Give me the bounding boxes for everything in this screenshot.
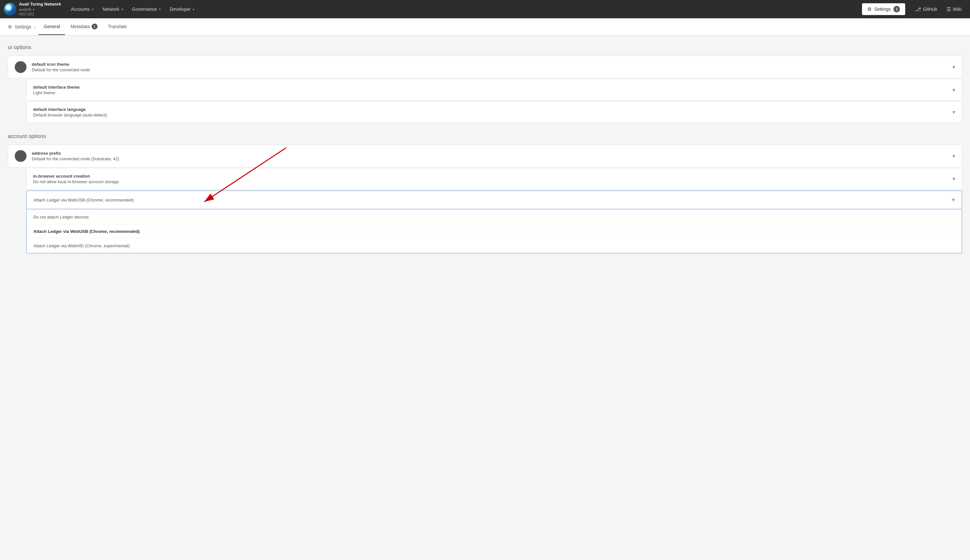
breadcrumb: ⚙ Settings: [8, 24, 32, 30]
ledger-option-none[interactable]: Do not attach Ledger devices: [27, 210, 962, 224]
breadcrumb-chevron-icon: ›: [34, 24, 36, 30]
in-browser-label: in-browser account creation: [33, 174, 952, 178]
brand-logo: [4, 3, 17, 15]
ui-options-title: ui options: [8, 45, 962, 50]
ledger-chevron-icon: ▾: [952, 196, 955, 203]
in-browser-value: Do not allow local in-browser account st…: [33, 179, 952, 184]
brand-text: Avail Turing Network avail/36 ▾ #517,022: [19, 2, 61, 17]
interface-theme-label: default interface theme: [33, 85, 952, 90]
in-browser-text: in-browser account creation Do not allow…: [33, 174, 952, 184]
interface-language-chevron-icon: ▾: [952, 108, 955, 116]
developer-chevron-icon: ▾: [193, 8, 194, 11]
nav-wiki[interactable]: ☰ Wiki: [942, 0, 966, 18]
icon-theme-option[interactable]: default icon theme Default for the conne…: [8, 56, 962, 78]
navbar: Avail Turing Network avail/36 ▾ #517,022…: [0, 0, 970, 18]
ledger-options-list: Do not attach Ledger devices Attach Ledg…: [26, 210, 962, 253]
icon-theme-chevron-icon: ▾: [952, 63, 955, 71]
in-browser-creation-option[interactable]: in-browser account creation Do not allow…: [26, 168, 962, 190]
address-prefix-label: address prefix: [32, 151, 947, 156]
settings-gear-icon: ⚙: [867, 6, 871, 12]
interface-language-label: default interface language: [33, 107, 952, 112]
tab-general[interactable]: General: [38, 18, 65, 35]
brand-name: Avail Turing Network: [19, 2, 61, 7]
accounts-chevron-icon: ▾: [92, 8, 93, 11]
in-browser-chevron-icon: ▾: [952, 175, 955, 183]
brand-block: #517,022: [19, 12, 61, 17]
nav-governance[interactable]: Governance ▾: [128, 0, 165, 18]
icon-theme-text: default icon theme Default for the conne…: [32, 62, 947, 72]
ledger-selected-text: Attach Ledger via WebUSB (Chrome, recomm…: [33, 198, 952, 202]
tab-metadata[interactable]: Metadata 1: [65, 18, 102, 35]
network-chevron-icon: ▾: [122, 8, 123, 11]
ui-options-section: ui options default icon theme Default fo…: [8, 45, 962, 123]
ledger-selected-value: Attach Ledger via WebUSB (Chrome, recomm…: [33, 198, 952, 202]
address-prefix-option[interactable]: address prefix Default for the connected…: [8, 145, 962, 167]
nav-developer[interactable]: Developer ▾: [165, 0, 199, 18]
address-prefix-text: address prefix Default for the connected…: [32, 151, 947, 161]
settings-button[interactable]: ⚙ Settings 1: [862, 3, 905, 15]
account-options-section: account options address prefix Default f…: [8, 133, 962, 253]
main-content: ui options default icon theme Default fo…: [0, 35, 970, 273]
interface-theme-value: Light theme: [33, 90, 952, 95]
metadata-badge: 1: [92, 23, 97, 30]
interface-language-value: Default browser language (auto-detect): [33, 113, 952, 117]
icon-theme-value: Default for the connected node: [32, 67, 947, 72]
interface-theme-text: default interface theme Light theme: [33, 85, 952, 95]
icon-theme-circle: [15, 61, 27, 73]
icon-theme-label: default icon theme: [32, 62, 947, 67]
breadcrumb-settings-icon: ⚙: [8, 24, 12, 30]
address-prefix-circle: [15, 150, 27, 162]
nav-github[interactable]: ⎇ GitHub: [910, 0, 942, 18]
sub-tabs: General Metadata 1 Translate: [38, 18, 132, 35]
brand-sub: avail/36 ▾: [19, 7, 61, 12]
interface-language-option[interactable]: default interface language Default brows…: [26, 102, 962, 123]
ledger-option-webusb[interactable]: Attach Ledger via WebUSB (Chrome, recomm…: [27, 224, 962, 239]
interface-theme-chevron-icon: ▾: [952, 87, 955, 93]
nav-network[interactable]: Network ▾: [98, 0, 127, 18]
sub-header: ⚙ Settings › General Metadata 1 Translat…: [0, 18, 970, 35]
interface-language-text: default interface language Default brows…: [33, 107, 952, 117]
governance-chevron-icon: ▾: [159, 8, 161, 11]
tab-translate[interactable]: Translate: [103, 18, 132, 35]
wiki-icon: ☰: [947, 6, 951, 12]
settings-badge: 1: [893, 6, 900, 12]
ledger-dropdown-container: Attach Ledger via WebUSB (Chrome, recomm…: [8, 190, 962, 253]
interface-theme-option[interactable]: default interface theme Light theme ▾: [26, 79, 962, 101]
brand-chevron-icon: ▾: [33, 8, 34, 12]
account-options-title: account options: [8, 133, 962, 139]
address-prefix-value: Default for the connected node (Substrat…: [32, 157, 947, 161]
brand[interactable]: Avail Turing Network avail/36 ▾ #517,022: [4, 2, 61, 17]
github-icon: ⎇: [915, 6, 921, 12]
ledger-dropdown-header[interactable]: Attach Ledger via WebUSB (Chrome, recomm…: [26, 190, 962, 209]
ledger-option-webhid[interactable]: Attach Ledger via WebHID (Chrome, experi…: [27, 239, 962, 253]
nav-accounts[interactable]: Accounts ▾: [67, 0, 98, 18]
address-prefix-chevron-icon: ▾: [952, 152, 955, 160]
